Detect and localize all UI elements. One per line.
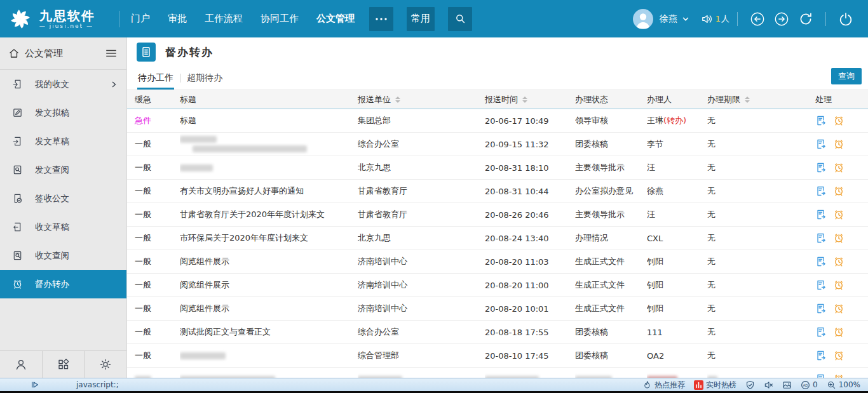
- table-row[interactable]: 一般 北京九思 20-08-31 18:10 主要领导批示 汪 无: [127, 156, 868, 180]
- transfer-document-icon[interactable]: [815, 115, 827, 126]
- urge-clock-icon[interactable]: [833, 115, 844, 126]
- refresh-button[interactable]: [798, 11, 813, 27]
- urge-clock-icon[interactable]: [833, 256, 844, 267]
- user-name[interactable]: 徐燕: [660, 13, 677, 25]
- hot-list-button[interactable]: 实时热榜: [694, 380, 736, 390]
- main-content: 督办转办 待办工作超期待办 查询 缓急 标题 报送单位 报送时间 办理状态 办理…: [127, 37, 868, 378]
- column-header[interactable]: 办理期限: [707, 94, 815, 105]
- query-button[interactable]: 查询: [831, 68, 862, 84]
- avatar[interactable]: [633, 9, 653, 29]
- profile-button[interactable]: [0, 351, 42, 378]
- page-header: 督办转办: [127, 37, 868, 67]
- urge-clock-icon[interactable]: [833, 138, 844, 150]
- transfer-document-icon[interactable]: [815, 279, 827, 291]
- sidebar-item[interactable]: 发文查阅: [0, 156, 126, 184]
- urge-clock-icon[interactable]: [833, 209, 844, 220]
- document-title-link[interactable]: [180, 164, 213, 171]
- table-row[interactable]: 一般 综合办公室 20-09-15 11:32 团委核稿 李节 无: [127, 133, 868, 156]
- logout-button[interactable]: [838, 11, 853, 27]
- transfer-document-icon[interactable]: [815, 232, 827, 244]
- document-title-link[interactable]: 甘肃省教育厅关于2020年年度计划来文: [180, 209, 325, 220]
- column-header: 办理状态: [575, 94, 647, 105]
- chevron-down-icon[interactable]: [682, 15, 689, 23]
- transfer-document-icon[interactable]: [815, 209, 827, 220]
- app-logo: 九思软件 — jiusi.net —: [0, 6, 119, 32]
- urge-clock-icon[interactable]: [833, 279, 844, 291]
- urge-clock-icon[interactable]: [833, 326, 844, 338]
- search-button[interactable]: [448, 7, 472, 31]
- sort-icon[interactable]: [745, 97, 750, 103]
- sidebar-item[interactable]: 签收公文: [0, 184, 126, 213]
- sidebar-item[interactable]: 督办转办: [0, 270, 126, 298]
- table-row[interactable]: 一般 阅览组件展示 济南培训中心 20-08-20 10:01 生成正式文件 钊…: [127, 297, 868, 321]
- tab[interactable]: 待办工作: [138, 67, 173, 90]
- online-users-button[interactable]: 1 人: [701, 13, 729, 25]
- sidebar-item[interactable]: 发文拟稿: [0, 98, 126, 127]
- column-header[interactable]: 报送单位: [358, 94, 485, 105]
- sort-icon[interactable]: [522, 97, 527, 103]
- sidebar-menu: 我的收文 发文拟稿 发文草稿 发文查阅 签收公文 收文草稿 收文查阅 督办转办: [0, 70, 126, 298]
- urge-clock-icon[interactable]: [833, 162, 844, 173]
- urge-clock-icon[interactable]: [833, 303, 844, 314]
- document-title-link[interactable]: 有关市文明办宣扬好人好事的通知: [180, 185, 304, 197]
- transfer-document-icon[interactable]: [815, 162, 827, 173]
- table-row[interactable]: 一般 市环保局关于2020年年度计划来文 北京九思 20-08-24 13:40…: [127, 227, 868, 250]
- sidebar-item[interactable]: 发文草稿: [0, 127, 126, 156]
- mute-button[interactable]: [764, 380, 773, 390]
- zoom-control[interactable]: 100%: [827, 380, 860, 390]
- home-icon[interactable]: [8, 48, 20, 59]
- table-row[interactable]: 一般 综合管理部 20-08-10 17:45 团委核稿 OA2 无: [127, 344, 868, 368]
- sidebar-item[interactable]: 收文草稿: [0, 213, 126, 241]
- favorites-label: 常用: [411, 13, 430, 25]
- urge-clock-icon[interactable]: [833, 185, 844, 197]
- topbar-nav-item[interactable]: 审批: [159, 0, 196, 37]
- transfer-document-icon[interactable]: [815, 326, 827, 338]
- topbar-nav-item[interactable]: 门户: [122, 0, 159, 37]
- urgency-label: 一般: [135, 350, 151, 361]
- topbar-nav-item[interactable]: 协同工作: [252, 0, 308, 37]
- document-title-link[interactable]: [180, 352, 226, 359]
- urge-clock-icon[interactable]: [833, 232, 844, 244]
- table-row[interactable]: 一般 阅览组件展示 济南培训中心 20-08-20 11:00 生成正式文件 钊…: [127, 274, 868, 297]
- document-title-link[interactable]: 测试批阅正文与查看正文: [180, 326, 271, 338]
- column-header[interactable]: 报送时间: [485, 94, 575, 105]
- forward-button[interactable]: [774, 11, 789, 27]
- table-row[interactable]: 一般 甘肃省教育厅关于2020年年度计划来文 甘肃省教育厅 20-08-26 2…: [127, 203, 868, 227]
- table-row[interactable]: 一般 阅览组件展示 济南培训中心 20-08-20 11:03 生成正式文件 钊…: [127, 250, 868, 274]
- table-row[interactable]: 一般 测试批阅正文与查看正文 综合办公室 20-08-18 17:55 团委核稿…: [127, 321, 868, 344]
- apps-button[interactable]: [42, 351, 85, 378]
- back-button[interactable]: [750, 11, 765, 27]
- document-title-link[interactable]: 市环保局关于2020年年度计划来文: [180, 232, 308, 244]
- screenshot-button[interactable]: [782, 380, 792, 390]
- security-button[interactable]: [745, 380, 755, 390]
- table-row[interactable]: [127, 368, 868, 378]
- topbar-nav-item[interactable]: 工作流程: [196, 0, 252, 37]
- table-row[interactable]: 急件 标题 集团总部 20-06-17 10:49 领导审核 王琳(转办) 无: [127, 109, 868, 133]
- transfer-document-icon[interactable]: [815, 373, 827, 378]
- document-title-link[interactable]: 阅览组件展示: [180, 256, 229, 267]
- transfer-document-icon[interactable]: [815, 256, 827, 267]
- topbar-nav-item[interactable]: 公文管理: [308, 0, 363, 37]
- menu-toggle-icon[interactable]: [105, 47, 118, 60]
- document-title-link[interactable]: 阅览组件展示: [180, 303, 229, 314]
- transfer-document-icon[interactable]: [815, 350, 827, 361]
- document-title-link[interactable]: 标题: [180, 115, 196, 126]
- sidebar-item[interactable]: 收文查阅: [0, 241, 126, 270]
- urge-clock-icon[interactable]: [833, 373, 844, 378]
- transfer-document-icon[interactable]: [815, 303, 827, 314]
- transfer-document-icon[interactable]: [815, 138, 827, 150]
- submit-unit: 甘肃省教育厅: [358, 209, 407, 220]
- ad-filter-button[interactable]: AD0: [801, 380, 818, 390]
- sort-icon[interactable]: [395, 97, 400, 103]
- transfer-document-icon[interactable]: [815, 185, 827, 197]
- settings-button[interactable]: [84, 351, 126, 378]
- tab[interactable]: 超期待办: [187, 67, 222, 90]
- hot-recommend-button[interactable]: 热点推荐: [642, 380, 685, 390]
- sidebar-item[interactable]: 我的收文: [0, 70, 126, 98]
- document-title-link[interactable]: [180, 136, 307, 152]
- table-row[interactable]: 一般 有关市文明办宣扬好人好事的通知 甘肃省教育厅 20-08-31 10:44…: [127, 180, 868, 203]
- more-menu-button[interactable]: [369, 7, 393, 31]
- document-title-link[interactable]: 阅览组件展示: [180, 279, 229, 291]
- favorites-button[interactable]: 常用: [407, 7, 435, 31]
- urge-clock-icon[interactable]: [833, 350, 844, 361]
